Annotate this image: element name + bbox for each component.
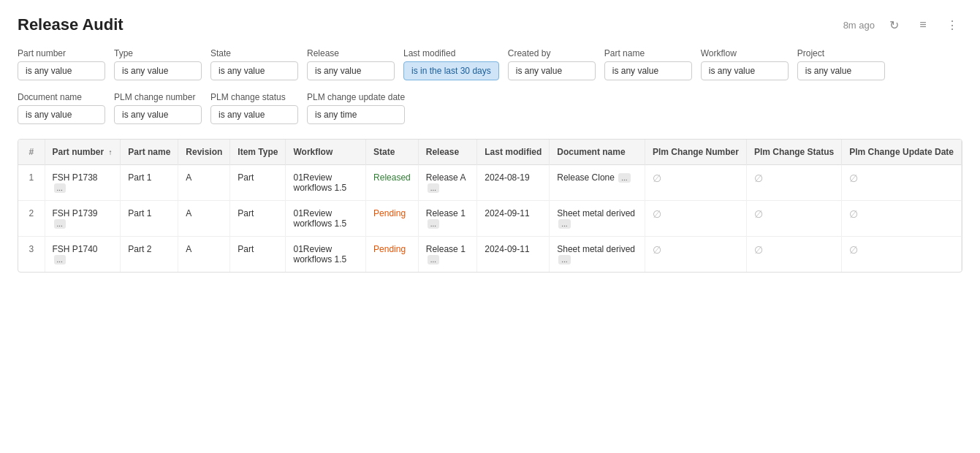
filter-label-type: Type [114, 48, 202, 58]
data-table: # Part number ↑ Part name Revision Item … [18, 140, 962, 272]
filter-group-plm-change-update-date: PLM change update date is any time [307, 92, 405, 124]
col-header-release: Release [418, 140, 476, 165]
cell-row-num: 2 [18, 201, 45, 237]
cell-document-name: Release Clone ... [550, 165, 645, 201]
cell-plm-change-number: ∅ [645, 237, 746, 273]
filter-group-last-modified: Last modified is in the last 30 days [403, 48, 499, 80]
filter-button[interactable]: ≡ [913, 15, 933, 35]
filter-group-part-number: Part number is any value [18, 48, 105, 80]
filter-btn-part-name[interactable]: is any value [604, 61, 692, 80]
cell-part-name: Part 2 [121, 237, 178, 273]
cell-workflow: 01Review workflows 1.5 [286, 165, 366, 201]
cell-release: Release 1 ... [418, 201, 476, 237]
release-more[interactable]: ... [428, 183, 439, 193]
filter-btn-plm-change-number[interactable]: is any value [114, 105, 202, 124]
part-number-more[interactable]: ... [54, 183, 66, 193]
filter-btn-type[interactable]: is any value [114, 61, 202, 80]
cell-last-modified: 2024-08-19 [477, 165, 550, 201]
filter-label-document-name: Document name [18, 92, 105, 102]
filter-btn-release[interactable]: is any value [307, 61, 395, 80]
more-button[interactable]: ⋮ [942, 15, 962, 35]
filter-group-plm-change-status: PLM change status is any value [210, 92, 298, 124]
cell-last-modified: 2024-09-11 [477, 201, 550, 237]
cell-part-number: FSH P1740 ... [45, 237, 121, 273]
document-name-more[interactable]: ... [558, 255, 570, 264]
filter-group-part-name: Part name is any value [604, 48, 692, 80]
cell-state: Pending [366, 201, 419, 237]
filter-btn-part-number[interactable]: is any value [18, 61, 105, 80]
cell-document-name: Sheet metal derived ... [550, 237, 645, 273]
cell-plm-change-update-date: ∅ [842, 237, 962, 273]
filters-row-2: Document name is any value PLM change nu… [18, 92, 962, 124]
page-container: Release Audit 8m ago ↻ ≡ ⋮ Part number i… [0, 0, 980, 453]
col-header-plm-change-number: Plm Change Number [645, 140, 746, 165]
filter-label-project: Project [797, 48, 885, 58]
document-name-more[interactable]: ... [618, 173, 630, 183]
document-name-more[interactable]: ... [558, 219, 570, 229]
cell-part-number: FSH P1738 ... [45, 165, 121, 201]
filter-label-plm-change-update-date: PLM change update date [307, 92, 405, 102]
cell-release: Release A ... [418, 165, 476, 201]
col-header-plm-change-status: Plm Change Status [746, 140, 841, 165]
refresh-button[interactable]: ↻ [884, 15, 904, 35]
release-more[interactable]: ... [428, 219, 439, 229]
cell-part-number: FSH P1739 ... [45, 201, 121, 237]
cell-row-num: 1 [18, 165, 45, 201]
filter-label-plm-change-status: PLM change status [210, 92, 298, 102]
cell-plm-change-number: ∅ [645, 165, 746, 201]
filter-btn-document-name[interactable]: is any value [18, 105, 105, 124]
cell-plm-change-number: ∅ [645, 201, 746, 237]
header-actions: 8m ago ↻ ≡ ⋮ [843, 15, 962, 35]
cell-item-type: Part [230, 237, 286, 273]
cell-part-name: Part 1 [121, 201, 178, 237]
filter-group-document-name: Document name is any value [18, 92, 105, 124]
table-row: 2 FSH P1739 ... Part 1 A Part 01Review w… [18, 201, 962, 237]
cell-last-modified: 2024-09-11 [477, 237, 550, 273]
cell-plm-change-update-date: ∅ [842, 165, 962, 201]
filter-group-type: Type is any value [114, 48, 202, 80]
filter-label-part-number: Part number [18, 48, 105, 58]
col-header-last-modified: Last modified [477, 140, 550, 165]
col-header-workflow: Workflow [286, 140, 366, 165]
col-header-item-type: Item Type [230, 140, 286, 165]
filter-btn-state[interactable]: is any value [210, 61, 298, 80]
release-more[interactable]: ... [428, 255, 439, 264]
last-updated-text: 8m ago [843, 20, 875, 31]
filter-label-plm-change-number: PLM change number [114, 92, 202, 102]
page-title: Release Audit [18, 15, 124, 34]
cell-part-name: Part 1 [121, 165, 178, 201]
filter-btn-project[interactable]: is any value [797, 61, 885, 80]
filter-group-state: State is any value [210, 48, 298, 80]
filter-btn-created-by[interactable]: is any value [508, 61, 596, 80]
part-number-more[interactable]: ... [54, 219, 66, 229]
filter-group-release: Release is any value [307, 48, 395, 80]
col-header-part-name: Part name [121, 140, 178, 165]
filter-btn-plm-change-update-date[interactable]: is any time [307, 105, 405, 124]
refresh-icon: ↻ [889, 18, 899, 32]
more-icon: ⋮ [946, 18, 958, 32]
data-table-container: # Part number ↑ Part name Revision Item … [18, 139, 962, 273]
cell-state: Pending [366, 237, 419, 273]
filter-label-part-name: Part name [604, 48, 692, 58]
cell-release: Release 1 ... [418, 237, 476, 273]
header: Release Audit 8m ago ↻ ≡ ⋮ [18, 15, 962, 35]
cell-plm-change-update-date: ∅ [842, 201, 962, 237]
filter-btn-last-modified[interactable]: is in the last 30 days [403, 61, 499, 80]
cell-revision: A [178, 201, 230, 237]
col-header-part-number[interactable]: Part number ↑ [45, 140, 121, 165]
filter-label-last-modified: Last modified [403, 48, 499, 58]
col-header-plm-change-update-date: Plm Change Update Date [842, 140, 962, 165]
filter-label-release: Release [307, 48, 395, 58]
filter-btn-plm-change-status[interactable]: is any value [210, 105, 298, 124]
part-number-more[interactable]: ... [54, 255, 66, 264]
filter-label-state: State [210, 48, 298, 58]
col-header-document-name: Document name [550, 140, 645, 165]
filter-label-created-by: Created by [508, 48, 596, 58]
cell-revision: A [178, 165, 230, 201]
filter-btn-workflow[interactable]: is any value [701, 61, 789, 80]
cell-item-type: Part [230, 201, 286, 237]
cell-document-name: Sheet metal derived ... [550, 201, 645, 237]
cell-workflow: 01Review workflows 1.5 [286, 237, 366, 273]
filter-group-created-by: Created by is any value [508, 48, 596, 80]
filter-group-workflow: Workflow is any value [701, 48, 789, 80]
